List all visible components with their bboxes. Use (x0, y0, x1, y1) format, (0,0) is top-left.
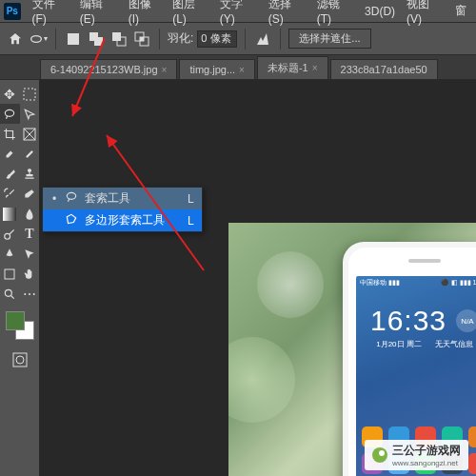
marquee-tool[interactable] (20, 84, 40, 104)
select-and-mask-button[interactable]: 选择并遮住... (288, 29, 370, 49)
tab-label: 233c8a17a1dae50 (341, 64, 427, 75)
tab-document[interactable]: timg.jpg...× (179, 59, 255, 79)
feather-label: 羽化: (168, 30, 193, 47)
close-icon[interactable]: × (162, 65, 168, 75)
shortcut-key: L (170, 214, 194, 228)
svg-point-16 (5, 233, 10, 239)
flyout-label: 多边形套索工具 (85, 212, 165, 228)
svg-rect-19 (13, 353, 27, 367)
healing-tool[interactable] (20, 144, 40, 164)
status-left: 中国移动 ▮▮▮ (360, 278, 400, 288)
color-swatches[interactable] (6, 311, 34, 340)
dodge-tool[interactable] (0, 224, 20, 244)
svg-point-0 (31, 35, 42, 42)
bullet-icon: • (50, 192, 58, 206)
eraser-tool[interactable] (20, 184, 40, 204)
tab-label: timg.jpg... (189, 64, 235, 75)
brush-tool[interactable] (0, 164, 20, 184)
selection-subtract-icon[interactable] (109, 30, 129, 49)
crop-tool[interactable] (0, 124, 20, 144)
svg-rect-3 (94, 37, 103, 46)
photo-content: 中国移动 ▮▮▮ ⚫ ◧ ▮▮▮ 16:33 16:33 N/A 1月20日 周… (228, 223, 476, 476)
svg-point-20 (16, 356, 24, 364)
app-icon (468, 453, 476, 474)
canvas-area[interactable]: 中国移动 ▮▮▮ ⚫ ◧ ▮▮▮ 16:33 16:33 N/A 1月20日 周… (40, 80, 476, 476)
flyout-item-polygonal-lasso[interactable]: 多边形套索工具 L (43, 209, 202, 231)
watermark: 三公子游戏网 www.sangongzi.net (365, 440, 468, 470)
svg-point-21 (67, 192, 75, 199)
feather-input[interactable] (197, 30, 237, 48)
tab-document[interactable]: 未标题-1× (257, 56, 328, 79)
clock-time: 16:33 (370, 305, 446, 337)
eyedropper-tool[interactable] (0, 144, 20, 164)
menu-file[interactable]: 文件(F) (27, 0, 74, 26)
quick-mask-toggle[interactable] (0, 349, 40, 369)
watermark-logo-icon (372, 447, 387, 463)
antialiasing-icon[interactable] (253, 30, 272, 49)
lasso-flyout-menu: • 套索工具 L 多边形套索工具 L (42, 187, 203, 232)
workspace: ✥ T (0, 80, 476, 476)
separator (280, 29, 281, 50)
separator (245, 29, 246, 50)
home-icon[interactable] (6, 30, 25, 49)
svg-point-10 (5, 109, 13, 116)
watermark-text: 三公子游戏网 (392, 443, 461, 459)
quick-select-tool[interactable] (20, 104, 40, 124)
status-right: ⚫ ◧ ▮▮▮ 16:33 (441, 279, 476, 287)
flyout-item-lasso[interactable]: • 套索工具 L (43, 188, 202, 209)
svg-point-18 (5, 289, 11, 296)
svg-rect-15 (3, 208, 16, 221)
path-select-tool[interactable] (20, 244, 40, 264)
menu-bar: Ps 文件(F) 编辑(E) 图像(I) 图层(L) 文字(Y) 选择(S) 滤… (0, 0, 476, 23)
menu-window[interactable]: 窗 (449, 3, 472, 19)
svg-rect-8 (140, 37, 144, 41)
options-bar: ▾ 羽化: 选择并遮住... (0, 23, 476, 55)
zoom-tool[interactable] (0, 284, 20, 304)
separator (55, 29, 56, 50)
close-icon[interactable]: × (239, 65, 245, 75)
history-brush-tool[interactable] (0, 184, 20, 204)
hand-tool[interactable] (20, 264, 40, 284)
selection-add-icon[interactable] (87, 30, 106, 49)
tool-preset-icon[interactable]: ▾ (29, 30, 48, 49)
pen-tool[interactable] (0, 244, 20, 264)
frame-tool[interactable] (20, 124, 40, 144)
gradient-tool[interactable] (0, 204, 20, 224)
move-tool[interactable]: ✥ (0, 84, 20, 104)
menu-3d[interactable]: 3D(D) (359, 5, 401, 18)
svg-rect-9 (24, 89, 35, 100)
lasso-icon (64, 190, 79, 207)
bokeh (228, 337, 295, 423)
menu-layer[interactable]: 图层(L) (167, 0, 214, 26)
selection-intersect-icon[interactable] (132, 30, 151, 49)
lasso-tool[interactable] (0, 104, 20, 124)
menu-type[interactable]: 文字(Y) (214, 0, 263, 26)
menu-filter[interactable]: 滤镜(T) (311, 0, 359, 26)
watermark-url: www.sangongzi.net (392, 459, 461, 467)
svg-rect-1 (68, 33, 79, 45)
menu-edit[interactable]: 编辑(E) (74, 0, 123, 26)
foreground-color[interactable] (6, 311, 25, 330)
phone-speaker (408, 259, 441, 263)
shape-tool[interactable] (0, 264, 20, 284)
blur-tool[interactable] (20, 204, 40, 224)
menu-image[interactable]: 图像(I) (123, 0, 167, 26)
bokeh (257, 251, 324, 318)
close-icon[interactable]: × (312, 63, 318, 73)
stamp-tool[interactable] (20, 164, 40, 184)
menu-view[interactable]: 视图(V) (401, 0, 449, 26)
edit-toolbar[interactable]: ⋯ (20, 284, 40, 304)
svg-rect-14 (26, 149, 33, 157)
selection-new-icon[interactable] (64, 30, 83, 49)
type-tool[interactable]: T (20, 224, 40, 244)
tab-document[interactable]: 233c8a17a1dae50 (330, 59, 438, 79)
app-icon (468, 426, 476, 447)
tab-document[interactable]: 6-14092215123WB.jpg× (40, 59, 177, 79)
menu-select[interactable]: 选择(S) (263, 0, 311, 26)
clock-date: 1月20日 周二 (376, 339, 422, 349)
polygonal-lasso-icon (64, 212, 79, 228)
separator (159, 29, 160, 50)
weather-badge: N/A (456, 309, 476, 332)
tab-label: 未标题-1 (268, 61, 308, 75)
tools-panel: ✥ T (0, 80, 40, 476)
